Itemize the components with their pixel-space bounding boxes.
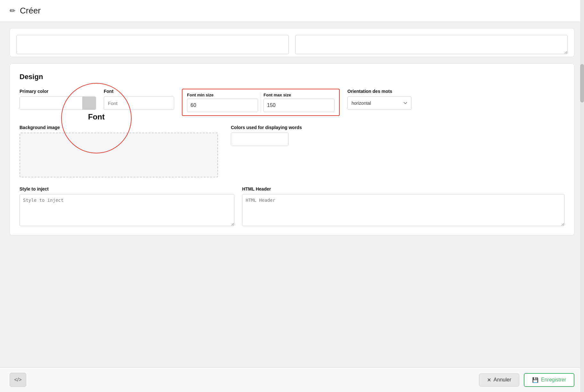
top-card-right [295, 35, 568, 50]
font-size-inputs-wrapper: Font min size Font max size [182, 89, 340, 116]
font-input[interactable] [104, 96, 174, 110]
design-row3: Style to inject HTML Header [20, 186, 564, 226]
font-max-size-label: Font max size [264, 93, 335, 97]
primary-color-label: Primary color [20, 89, 96, 94]
style-inject-textarea[interactable] [20, 194, 234, 226]
design-card: Design Primary color Font Font mi [10, 63, 574, 235]
font-min-size-label: Font min size [187, 93, 258, 97]
style-inject-group: Style to inject [20, 186, 234, 226]
footer-right: ✕ Annuler 💾 Enregistrer [479, 373, 574, 387]
footer-bar: </> ✕ Annuler 💾 Enregistrer [0, 367, 584, 392]
orientation-group: Orientation des mots horizontal vertical… [347, 89, 411, 110]
primary-color-input[interactable] [20, 97, 82, 110]
design-row1: Primary color Font Font min size [20, 89, 564, 116]
top-card [10, 28, 574, 57]
html-header-group: HTML Header [242, 186, 564, 226]
colors-words-label: Colors used for displaying words [231, 125, 564, 130]
save-button[interactable]: 💾 Enregistrer [524, 373, 574, 387]
pencil-icon: ✏ [10, 7, 15, 15]
cancel-button[interactable]: ✕ Annuler [479, 373, 519, 387]
font-min-size-group: Font min size [184, 91, 261, 113]
font-max-size-group: Font max size [261, 91, 337, 113]
font-max-size-input[interactable] [264, 99, 335, 112]
top-card-left [16, 35, 289, 50]
colors-words-group: Colors used for displaying words [231, 125, 564, 146]
top-textarea-left[interactable] [16, 35, 289, 54]
primary-color-group: Primary color [20, 89, 96, 110]
primary-color-input-wrapper [20, 96, 96, 110]
scrollbar-thumb[interactable] [580, 64, 584, 102]
top-textarea-right[interactable] [295, 35, 568, 54]
bg-image-dropzone[interactable] [20, 133, 218, 177]
html-header-textarea[interactable] [242, 194, 564, 226]
html-header-label: HTML Header [242, 186, 564, 192]
code-button[interactable]: </> [10, 373, 26, 387]
footer-left: </> [10, 373, 26, 387]
design-section-title: Design [20, 73, 564, 81]
page-title: Créer [20, 6, 41, 16]
cancel-icon: ✕ [487, 377, 491, 383]
font-label: Font [104, 89, 174, 94]
scrollbar-track [580, 0, 584, 392]
cancel-label: Annuler [494, 377, 511, 383]
save-icon: 💾 [532, 377, 539, 383]
save-label: Enregistrer [541, 377, 566, 383]
orientation-label: Orientation des mots [347, 89, 411, 94]
colors-text-input[interactable] [231, 133, 288, 146]
font-group: Font [104, 89, 174, 110]
bg-image-group: Background image [20, 125, 218, 177]
style-inject-label: Style to inject [20, 186, 234, 192]
primary-color-swatch[interactable] [82, 96, 96, 110]
font-size-group: Font min size Font max size [182, 89, 340, 116]
colors-input-wrapper [231, 133, 288, 146]
bg-image-label: Background image [20, 125, 218, 130]
design-row2: Background image Colors used for display… [20, 125, 564, 177]
main-content: Design Primary color Font Font mi [0, 22, 584, 367]
code-icon: </> [14, 377, 21, 383]
top-bar: ✏ Créer [0, 0, 584, 22]
orientation-select[interactable]: horizontal vertical mixed [347, 96, 411, 110]
font-min-size-input[interactable] [187, 99, 258, 112]
